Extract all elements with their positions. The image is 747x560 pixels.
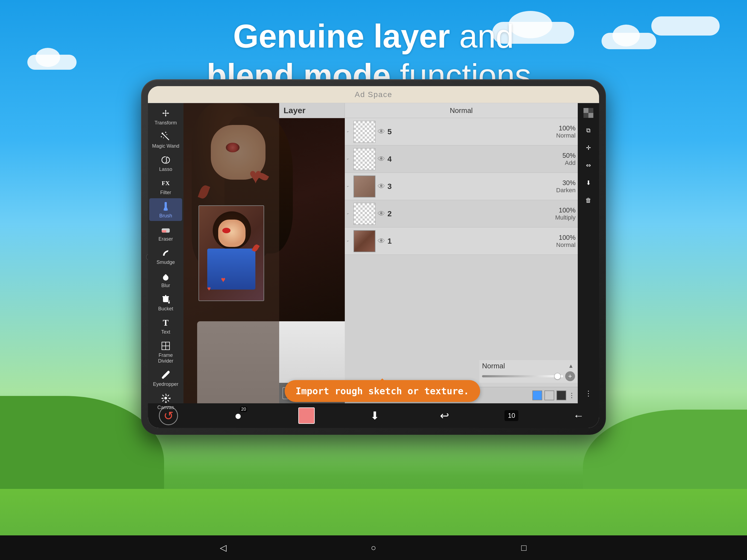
svg-rect-5 [164, 202, 167, 207]
brush-label: Brush [159, 213, 172, 219]
layer-5-eye[interactable]: 👁 [378, 127, 385, 136]
brush-size-badge: 20 [240, 407, 247, 412]
android-home-btn[interactable]: ○ [367, 541, 380, 555]
thumbnail-image: ♥ ♥ [199, 205, 264, 301]
bg-color-2 [544, 390, 554, 400]
back-btn[interactable]: ← [569, 406, 588, 425]
tool-bucket[interactable]: Bucket [149, 291, 182, 314]
tool-eraser[interactable]: Eraser [149, 222, 182, 244]
tool-text[interactable]: T Text [149, 314, 182, 337]
blur-label: Blur [161, 283, 170, 288]
canvas-area: ♥ ♥ ♥ [183, 103, 599, 403]
ad-space-bar: Ad Space [148, 86, 599, 103]
layer-2-corner: ⌐ [347, 212, 351, 216]
blend-mode-header: Normal [345, 103, 578, 118]
headline-normal-1: and [450, 18, 514, 54]
svg-rect-16 [584, 108, 588, 113]
tool-canvas[interactable]: Canvas [149, 390, 182, 413]
bucket-icon [160, 294, 172, 305]
background: Genuine layer and blend mode functions. … [0, 0, 747, 560]
bg-more-btn[interactable]: ⋮ [568, 391, 575, 399]
checkerboard-btn[interactable] [580, 105, 597, 121]
download-btn[interactable]: ⬇ [365, 406, 384, 425]
smudge-label: Smudge [156, 259, 175, 265]
layer-row-5[interactable]: ⌐ 👁 5 100% Normal [345, 118, 578, 146]
svg-point-8 [163, 275, 169, 281]
layer-2-opacity: 100% [559, 206, 575, 214]
svg-point-15 [164, 397, 167, 400]
ad-space-label: Ad Space [355, 90, 392, 99]
tool-blur[interactable]: Blur [149, 268, 182, 291]
bottom-toolbar: ↺ ● 20 ⬇ ↩ 10 ← [148, 403, 599, 428]
mini-copy-btn[interactable]: ⧉ [580, 122, 597, 138]
svg-rect-19 [584, 113, 588, 118]
layer-2-number: 2 [387, 209, 394, 218]
svg-rect-9 [162, 296, 169, 297]
layer-row-1[interactable]: ⌐ 👁 1 100% Normal [345, 228, 578, 255]
smudge-icon [160, 247, 172, 259]
brush-size-btn[interactable]: ● 20 [229, 406, 248, 425]
layer-2-blend: Multiply [555, 214, 575, 221]
lasso-label: Lasso [159, 167, 172, 172]
color-swatch[interactable] [298, 407, 315, 424]
tablet-wrapper: Ad Space Transform [141, 79, 606, 435]
blend-opacity-area: Normal ▲ + [479, 360, 578, 383]
blend-mode-value: Normal [482, 362, 565, 370]
mini-more-btn[interactable]: ⋮ [580, 385, 597, 402]
tool-transform[interactable]: Transform [149, 105, 182, 128]
android-back-btn[interactable]: ◁ [216, 541, 230, 555]
layer-1-number: 1 [387, 237, 394, 246]
layer-row-3[interactable]: ⌐ 👁 3 30% Darken [345, 173, 578, 200]
android-recents-btn[interactable]: □ [517, 541, 531, 555]
layer-4-opacity: 50% [562, 152, 575, 159]
blend-dropdown-arrow[interactable]: ▲ [567, 362, 575, 370]
mini-move-btn[interactable]: ✛ [580, 140, 597, 156]
svg-point-1 [165, 132, 166, 133]
filter-label: Filter [160, 190, 171, 196]
svg-point-2 [161, 136, 162, 137]
tool-brush[interactable]: Brush [149, 198, 182, 221]
canvas-label: Canvas [157, 405, 174, 410]
tablet-screen: Ad Space Transform [148, 86, 599, 428]
layer-3-eye[interactable]: 👁 [378, 182, 385, 191]
layer-2-eye[interactable]: 👁 [378, 209, 385, 218]
layer-1-eye[interactable]: 👁 [378, 236, 385, 246]
svg-point-0 [162, 133, 163, 134]
tooltip-arrow [379, 375, 386, 382]
tool-smudge[interactable]: Smudge [149, 245, 182, 268]
left-toolbar: Transform [148, 103, 183, 403]
mini-delete-btn[interactable]: 🗑 [580, 192, 597, 209]
mini-merge-btn[interactable]: ⬇ [580, 175, 597, 191]
layer-4-eye[interactable]: 👁 [378, 154, 385, 163]
tool-lasso[interactable]: Lasso [149, 152, 182, 175]
blend-mode-selector[interactable]: Normal ▲ [482, 362, 575, 370]
layer-1-info: 100% Normal [396, 234, 575, 249]
blur-icon [160, 270, 172, 282]
layer-4-thumb [354, 148, 376, 170]
layer-panel-header: Layer [279, 103, 345, 118]
layer-title: Layer [284, 106, 305, 115]
eraser-icon [160, 224, 172, 236]
layer-5-opacity: 100% [559, 124, 575, 132]
svg-rect-17 [588, 113, 593, 118]
svg-point-10 [168, 302, 170, 304]
tool-eyedropper[interactable]: Eyedropper [149, 367, 182, 389]
layer-1-blend: Normal [556, 241, 575, 249]
add-opacity-btn[interactable]: + [565, 371, 575, 381]
right-mini-toolbar: ⧉ ✛ ⇔ ⬇ 🗑 ⋮ [578, 103, 599, 403]
undo-btn[interactable]: ↩ [435, 406, 454, 425]
layer-1-corner: ⌐ [347, 239, 351, 244]
eyedropper-icon [160, 369, 172, 381]
opacity-slider[interactable] [482, 375, 563, 377]
magic-wand-icon [160, 131, 172, 143]
tool-frame-divider[interactable]: Frame Divider [149, 338, 182, 366]
mini-flip-btn[interactable]: ⇔ [580, 157, 597, 174]
tool-magic-wand[interactable]: Magic Wand [149, 128, 182, 151]
headline-bold-1: Genuine layer [233, 18, 450, 54]
page-count[interactable]: 10 [505, 410, 518, 421]
layer-3-blend: Darken [556, 187, 575, 194]
layer-row-4[interactable]: ⌐ 👁 4 50% Add [345, 146, 578, 173]
tool-filter[interactable]: FX Filter [149, 175, 182, 198]
layer-row-2[interactable]: ⌐ 👁 2 100% Multiply [345, 200, 578, 228]
layer-4-blend: Add [565, 159, 575, 167]
